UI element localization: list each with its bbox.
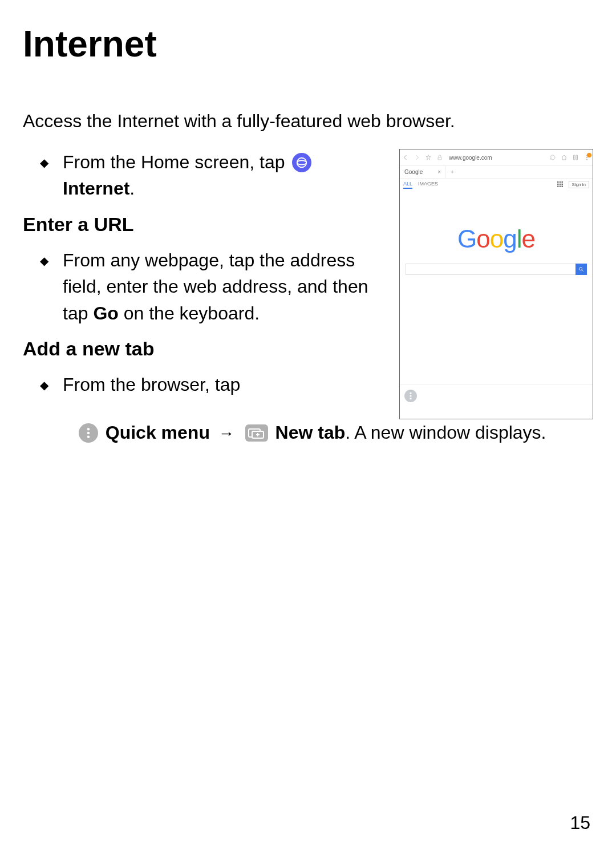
page-title: Internet — [23, 23, 593, 65]
browser-screenshot: www.google.com Google × + ALL IMAGES — [399, 149, 593, 419]
notification-dot — [587, 153, 591, 157]
browser-toolbar: www.google.com — [400, 149, 593, 165]
search-input[interactable] — [406, 264, 576, 275]
logo-o2: o — [490, 225, 503, 253]
page-body: Google — [400, 191, 593, 385]
svg-rect-13 — [561, 183, 563, 185]
reload-icon[interactable] — [549, 154, 556, 161]
svg-rect-10 — [561, 181, 563, 183]
bullet1-text: From the Home screen, tap — [63, 152, 290, 172]
svg-rect-8 — [557, 181, 559, 183]
bullet3-text1: From the browser, tap — [63, 371, 240, 398]
new-tab-icon — [245, 424, 268, 442]
bullet-home-screen: ◆ From the Home screen, tap Internet. — [40, 149, 388, 202]
svg-point-6 — [586, 157, 587, 158]
subnav-all[interactable]: ALL — [403, 181, 412, 189]
home-icon[interactable] — [561, 154, 568, 161]
svg-rect-15 — [559, 185, 561, 187]
logo-g: G — [457, 225, 476, 253]
quick-menu-label: Quick menu — [106, 422, 210, 443]
bullet-enter-url: ◆ From any webpage, tap the address fiel… — [40, 247, 388, 326]
new-tab-label: New tab — [275, 422, 346, 443]
star-icon[interactable] — [425, 154, 432, 161]
bullet3-continuation: Quick menu → New tab. A new window displ… — [40, 419, 593, 446]
svg-point-1 — [297, 160, 307, 164]
svg-rect-14 — [557, 185, 559, 187]
svg-point-20 — [410, 395, 411, 396]
tab-label: Google — [404, 169, 423, 175]
apps-grid-icon[interactable] — [557, 181, 563, 188]
svg-rect-11 — [557, 183, 559, 185]
svg-point-7 — [586, 159, 587, 160]
new-tab-button[interactable]: + — [446, 169, 459, 175]
back-icon[interactable] — [402, 154, 409, 161]
logo-g2: g — [503, 225, 516, 253]
tab-bar: Google × + — [400, 165, 593, 178]
intro-text: Access the Internet with a fully-feature… — [23, 111, 593, 132]
go-label: Go — [93, 303, 118, 323]
subnav-images[interactable]: IMAGES — [418, 181, 438, 189]
bullet1-end: . — [129, 178, 135, 199]
svg-point-24 — [87, 435, 90, 438]
logo-e: e — [521, 225, 534, 253]
internet-icon — [292, 153, 311, 172]
bullet-marker: ◆ — [40, 253, 48, 326]
arrow-separator: → — [218, 424, 234, 442]
tab-google[interactable]: Google × — [400, 166, 446, 178]
svg-line-18 — [582, 270, 583, 272]
bullet-marker: ◆ — [40, 377, 48, 398]
section-add-tab: Add a new tab — [23, 338, 388, 360]
svg-rect-4 — [576, 155, 578, 160]
more-icon[interactable] — [583, 154, 590, 161]
svg-rect-3 — [574, 155, 576, 160]
svg-point-23 — [87, 431, 90, 434]
search-button[interactable] — [576, 264, 587, 275]
bullet3-end: . A new window displays. — [345, 422, 546, 443]
logo-o1: o — [476, 225, 489, 253]
address-bar[interactable]: www.google.com — [448, 155, 545, 161]
svg-point-22 — [87, 428, 90, 430]
forward-icon[interactable] — [414, 154, 420, 161]
google-logo: Google — [400, 225, 593, 253]
bookmarks-icon[interactable] — [572, 154, 579, 161]
quick-menu-icon — [79, 423, 98, 443]
page-number: 15 — [570, 812, 590, 833]
internet-label: Internet — [63, 178, 129, 199]
google-subnav: ALL IMAGES Sign in — [400, 178, 593, 191]
svg-point-0 — [297, 157, 307, 167]
section-enter-url: Enter a URL — [23, 213, 388, 236]
svg-rect-12 — [559, 183, 561, 185]
svg-rect-16 — [561, 185, 563, 187]
sign-in-button[interactable]: Sign in — [569, 181, 589, 188]
svg-rect-2 — [438, 157, 441, 160]
bullet-marker: ◆ — [40, 155, 48, 202]
bullet2-text2: on the keyboard. — [119, 303, 260, 323]
svg-point-21 — [410, 398, 411, 399]
browser-footer — [400, 385, 593, 419]
quick-menu-button[interactable] — [404, 390, 417, 402]
svg-point-17 — [579, 268, 582, 270]
svg-point-19 — [410, 392, 411, 394]
svg-rect-9 — [559, 181, 561, 183]
close-tab-icon[interactable]: × — [437, 169, 441, 175]
lock-icon — [436, 154, 443, 161]
bullet-add-tab: ◆ From the browser, tap — [40, 371, 388, 398]
